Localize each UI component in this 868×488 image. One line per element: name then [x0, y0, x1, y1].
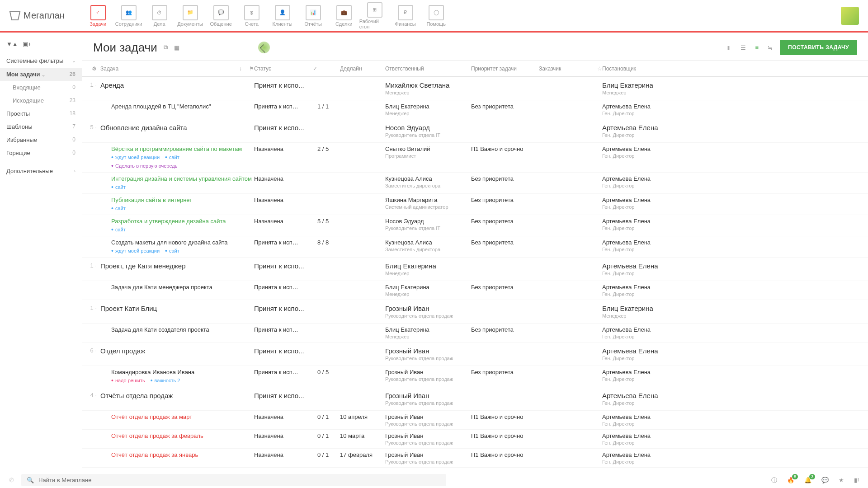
star-icon[interactable]: ★ — [839, 477, 844, 483]
nav-icon: ₽ — [398, 5, 413, 20]
table-row[interactable]: Отчёт отдела продаж за январьНазначена0 … — [82, 449, 868, 468]
excel-icon[interactable]: ▦ — [174, 44, 179, 51]
flag-icon[interactable]: ⚑ — [249, 66, 254, 72]
sidebar-item[interactable]: Мои задачи ⌄26 — [0, 68, 82, 81]
nav-Дела[interactable]: ⏱Дела — [144, 2, 175, 29]
col-setter[interactable]: Постановщик — [602, 66, 636, 72]
chevron-down-icon: ⌄ — [72, 58, 75, 63]
table-row[interactable]: 1 ·Проект, где Катя менеджерПринят к исп… — [82, 258, 868, 281]
col-task[interactable]: Задача — [100, 66, 118, 72]
table-row[interactable]: Разработка и утверждение дизайна сайтаса… — [82, 215, 868, 236]
table-row[interactable]: Отчёт отдела продаж за мартНазначена0 / … — [82, 411, 868, 430]
table-row[interactable]: 5 ·Обновление дизайна сайтаПринят к испо… — [82, 119, 868, 143]
col-deadline[interactable]: Дедлайн — [340, 66, 362, 72]
bottombar: ✆ 🔍 ⓘ 🔥5 🔔3 💬 ★ ▮! — [0, 472, 868, 488]
star-icon: ☆ — [597, 66, 602, 72]
view-gantt-icon[interactable]: ≒ — [766, 42, 774, 53]
table-row[interactable]: Вёрстка и программирование сайта по маке… — [82, 143, 868, 173]
col-customer[interactable]: Заказчик — [539, 66, 561, 72]
table-row[interactable]: Аренда площадей в ТЦ "Мегаполис"Принята … — [82, 100, 868, 119]
nav-icon: $ — [244, 5, 259, 20]
table-row[interactable]: Публикация сайта в интернетсайтНазначена… — [82, 194, 868, 215]
feedback-icon[interactable]: ▮! — [854, 477, 859, 483]
table-row[interactable]: Создать макеты для нового дизайна сайтаж… — [82, 236, 868, 258]
settings-icon[interactable]: ⚙ — [92, 66, 97, 72]
nav-icon: ✓ — [90, 5, 106, 20]
nav-Клиенты[interactable]: 👤Клиенты — [267, 2, 298, 29]
avatar[interactable] — [841, 7, 859, 25]
add-filter-icon[interactable]: ▣+ — [23, 41, 32, 47]
nav-Задачи[interactable]: ✓Задачи — [83, 2, 113, 29]
sidebar-item[interactable]: Входящие0 — [0, 81, 82, 94]
nav-Счета[interactable]: $Счета — [236, 2, 267, 29]
search-input[interactable] — [38, 477, 441, 483]
nav-Финансы[interactable]: ₽Финансы — [390, 2, 421, 29]
nav-icon: 📊 — [306, 5, 321, 20]
table-row[interactable]: 6 ·Отдел продажПринят к испо…Грозный Ива… — [82, 343, 868, 366]
sidebar-item[interactable]: Горящие0 — [0, 146, 82, 160]
info-icon[interactable]: ⓘ — [771, 476, 777, 484]
view-tree-icon[interactable]: ≡ — [753, 42, 760, 53]
sidebar-additional[interactable]: Дополнительные› — [0, 164, 82, 178]
nav-Помощь[interactable]: ◯Помощь — [421, 2, 452, 29]
phone-icon[interactable]: ✆ — [9, 477, 14, 483]
table-row[interactable]: 1 ·АрендаПринят к испо…Михайлюк Светлана… — [82, 77, 868, 100]
sidebar-item[interactable]: Шаблоны7 — [0, 120, 82, 133]
nav-icon: ⏱ — [152, 5, 167, 20]
table-row[interactable]: 1 ·Проект Кати БлицПринят к испо…Грозный… — [82, 300, 868, 324]
nav-icon: ◯ — [429, 5, 444, 20]
col-responsible[interactable]: Ответственный — [385, 66, 424, 72]
search-icon: 🔍 — [27, 477, 34, 483]
copy-icon[interactable]: ⧉ — [164, 44, 168, 51]
search-box[interactable]: 🔍 — [21, 474, 446, 486]
logo[interactable]: Мегаплан — [9, 10, 65, 21]
task-table: ⚙ Задача↓⚑ Статус✓ Дедлайн Ответственный… — [82, 61, 868, 472]
table-row[interactable]: Командировка Иванова Ивананадо решитьваж… — [82, 366, 868, 387]
view-list-icon[interactable]: ☰ — [739, 42, 748, 53]
page-header: Мои задачи ⧉ ▦ ⫼ ☰ ≡ ≒ ПОСТАВИТЬ ЗАДАЧУ — [82, 33, 868, 61]
nav-icon: ⊞ — [367, 2, 382, 18]
sidebar-item[interactable]: Проекты18 — [0, 107, 82, 120]
sort-icon[interactable]: ↓ — [239, 66, 242, 72]
nav-Сотрудники[interactable]: 👥Сотрудники — [113, 2, 144, 29]
nav-icon: 💬 — [213, 5, 229, 20]
cursor-marker — [258, 42, 270, 53]
nav-icon: 📁 — [183, 5, 198, 20]
nav-Отчёты[interactable]: 📊Отчёты — [298, 2, 329, 29]
view-columns-icon[interactable]: ⫼ — [724, 42, 733, 53]
table-row[interactable]: Отчёт отдела продаж за февральНазначена0… — [82, 430, 868, 449]
fire-icon[interactable]: 🔥5 — [787, 477, 794, 483]
chat-icon[interactable]: 💬 — [821, 477, 829, 483]
table-row[interactable]: 4 ·Отчёты отдела продажПринят к испо…Гро… — [82, 387, 868, 411]
table-row[interactable]: Задача для Кати менеджера проектаПринята… — [82, 281, 868, 300]
create-task-button[interactable]: ПОСТАВИТЬ ЗАДАЧУ — [780, 40, 857, 55]
topbar: Мегаплан ✓Задачи👥Сотрудники⏱Дела📁Докумен… — [0, 0, 868, 33]
nav-Документы[interactable]: 📁Документы — [175, 2, 206, 29]
check-icon: ✓ — [313, 66, 317, 72]
nav-Общение[interactable]: 💬Общение — [206, 2, 236, 29]
nav-icon: 💼 — [336, 5, 352, 20]
nav-icon: 👤 — [275, 5, 290, 20]
page-title: Мои задачи — [93, 41, 157, 55]
sidebar: ▼▲ ▣+ Системные фильтры⌄ Мои задачи ⌄26В… — [0, 33, 82, 472]
sidebar-item[interactable]: Исходящие23 — [0, 94, 82, 107]
nav-icon: 👥 — [121, 5, 137, 20]
chevron-right-icon: › — [74, 169, 75, 174]
table-row[interactable]: Задача для Кати создателя проектаПринята… — [82, 324, 868, 343]
nav-Рабочий стол[interactable]: ⊞Рабочий стол — [359, 2, 390, 29]
col-priority[interactable]: Приоритет задачи — [471, 66, 517, 72]
sidebar-system-filters[interactable]: Системные фильтры⌄ — [0, 54, 82, 68]
filter-icon[interactable]: ▼▲ — [6, 41, 18, 47]
sidebar-item[interactable]: Избранные0 — [0, 133, 82, 146]
bell-icon[interactable]: 🔔3 — [804, 477, 811, 483]
nav-Сделки[interactable]: 💼Сделки — [329, 2, 359, 29]
table-header: ⚙ Задача↓⚑ Статус✓ Дедлайн Ответственный… — [82, 61, 868, 77]
table-row[interactable]: Интеграция дизайна и системы управления … — [82, 173, 868, 194]
main-nav: ✓Задачи👥Сотрудники⏱Дела📁Документы💬Общени… — [83, 2, 452, 29]
col-status[interactable]: Статус — [254, 66, 271, 72]
